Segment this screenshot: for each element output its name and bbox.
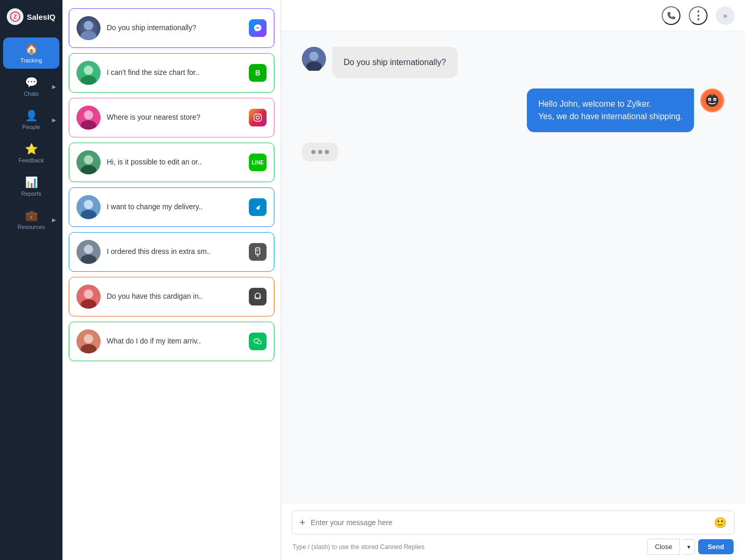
typing-indicator	[302, 143, 338, 161]
svg-point-46	[714, 99, 716, 100]
expand-button[interactable]: »	[716, 6, 735, 25]
send-button[interactable]: Send	[698, 539, 734, 554]
people-expand-arrow: ▶	[52, 117, 56, 123]
sidebar: Z SalesIQ 🏠 Tracking 💬 Chats ▶ 👤 People …	[0, 0, 62, 560]
platform-icon-headset	[249, 288, 267, 306]
svg-rect-48	[712, 94, 713, 95]
svg-point-45	[709, 99, 711, 100]
message-input[interactable]	[311, 518, 709, 527]
platform-icon-telegram	[249, 198, 267, 216]
attach-button[interactable]: +	[299, 517, 306, 529]
svg-point-26	[257, 253, 258, 254]
platform-icon-instagram	[249, 109, 267, 126]
chat-main: ⋮ » Do you ship internationally? Hello J…	[281, 0, 745, 560]
close-dropdown-button[interactable]: ▾	[683, 539, 695, 555]
chat-content-1: Do you ship internationally?	[107, 23, 243, 33]
canned-hint: Type / (slash) to use the stored Canned …	[293, 543, 424, 551]
chat-content-8: What do I do if my item arriv..	[107, 336, 243, 347]
svg-point-32	[257, 299, 259, 300]
avatar-4	[77, 150, 100, 174]
chat-content-6: I ordered this dress in extra sm..	[107, 247, 243, 257]
svg-point-40	[309, 52, 319, 61]
avatar-7	[77, 285, 100, 309]
more-options-button[interactable]: ⋮	[689, 6, 708, 25]
chat-header: ⋮ »	[281, 0, 745, 31]
bubble-incoming: Do you ship internationally?	[332, 47, 458, 78]
avatar-3	[77, 106, 100, 130]
chat-message-4: Hi, is it possible to edit an or..	[107, 158, 201, 166]
logo-icon: Z	[7, 8, 23, 25]
typing-dot-2	[318, 150, 322, 154]
messages-area: Do you ship internationally? Hello John,…	[281, 31, 745, 503]
chat-card-1[interactable]: Do you ship internationally?	[69, 8, 274, 48]
avatar-6	[77, 240, 100, 264]
svg-point-10	[84, 110, 93, 120]
chat-icon: 💬	[25, 76, 38, 88]
chat-content-7: Do you have this cardigan in..	[107, 291, 243, 302]
svg-text:Z: Z	[14, 14, 17, 20]
platform-icon-business: B	[249, 64, 267, 82]
sidebar-item-people[interactable]: 👤 People ▶	[3, 104, 59, 135]
svg-point-23	[84, 245, 93, 254]
avatar-8	[77, 329, 100, 353]
app-logo: Z SalesIQ	[7, 8, 55, 25]
sidebar-label-chats: Chats	[24, 91, 39, 97]
sidebar-item-tracking[interactable]: 🏠 Tracking	[3, 37, 59, 69]
resources-icon: 💼	[25, 209, 38, 222]
platform-icon-wechat	[249, 333, 267, 350]
platform-icon-mobile	[249, 243, 267, 261]
input-actions: Close ▾ Send	[647, 539, 734, 555]
more-icon: ⋮	[692, 9, 704, 22]
sidebar-label-tracking: Tracking	[20, 57, 42, 63]
sidebar-nav: 🏠 Tracking 💬 Chats ▶ 👤 People ▶ ⭐ Feedba…	[0, 37, 62, 235]
chat-card-2[interactable]: I can't find the size chart for.. B	[69, 53, 274, 93]
chat-message-7: Do you have this cardigan in..	[107, 292, 203, 300]
people-icon: 👤	[25, 109, 38, 122]
reports-icon: 📊	[25, 176, 38, 188]
chat-content-3: Where is your nearest store?	[107, 112, 243, 123]
sidebar-label-resources: Resources	[18, 224, 45, 230]
app-name: SalesIQ	[27, 12, 55, 21]
svg-point-29	[84, 289, 93, 299]
sidebar-item-resources[interactable]: 💼 Resources ▶	[3, 204, 59, 235]
emoji-button[interactable]: 🙂	[714, 516, 727, 529]
svg-point-2	[84, 21, 93, 30]
svg-point-13	[256, 116, 259, 119]
chat-content-5: I want to change my delivery..	[107, 202, 243, 212]
svg-point-3	[81, 31, 96, 40]
chat-card-6[interactable]: I ordered this dress in extra sm..	[69, 232, 274, 272]
input-hints: Type / (slash) to use the stored Canned …	[292, 539, 735, 555]
sidebar-item-reports[interactable]: 📊 Reports	[3, 171, 59, 202]
sidebar-label-reports: Reports	[21, 190, 42, 197]
svg-point-14	[260, 115, 261, 116]
feedback-icon: ⭐	[25, 143, 38, 155]
expand-icon: »	[723, 11, 727, 20]
chat-content-4: Hi, is it possible to edit an or..	[107, 157, 243, 168]
svg-rect-27	[257, 256, 259, 257]
chat-card-4[interactable]: Hi, is it possible to edit an or.. LINE	[69, 143, 274, 182]
resources-expand-arrow: ▶	[52, 217, 56, 223]
chat-card-8[interactable]: What do I do if my item arriv..	[69, 322, 274, 361]
svg-point-34	[84, 334, 93, 343]
message-row-outgoing: Hello John, welcome to Zylker.Yes, we do…	[302, 88, 724, 132]
svg-point-16	[84, 155, 93, 164]
svg-point-31	[255, 293, 260, 298]
chat-card-5[interactable]: I want to change my delivery..	[69, 187, 274, 227]
platform-icon-messenger	[249, 19, 267, 37]
sidebar-item-feedback[interactable]: ⭐ Feedback	[3, 137, 59, 169]
input-row: + 🙂	[292, 511, 735, 534]
chat-message-8: What do I do if my item arriv..	[107, 337, 201, 345]
typing-dot-3	[325, 150, 329, 154]
svg-point-19	[84, 200, 93, 209]
close-button[interactable]: Close	[647, 539, 680, 555]
phone-button[interactable]	[662, 6, 680, 25]
chat-message-6: I ordered this dress in extra sm..	[107, 247, 211, 256]
avatar-1	[77, 16, 100, 40]
avatar-5	[77, 195, 100, 219]
chat-card-7[interactable]: Do you have this cardigan in..	[69, 277, 274, 316]
sidebar-item-chats[interactable]: 💬 Chats ▶	[3, 71, 59, 102]
avatar-2	[77, 61, 100, 85]
sidebar-label-people: People	[22, 124, 40, 130]
chat-card-3[interactable]: Where is your nearest store?	[69, 98, 274, 137]
sidebar-label-feedback: Feedback	[19, 157, 44, 163]
